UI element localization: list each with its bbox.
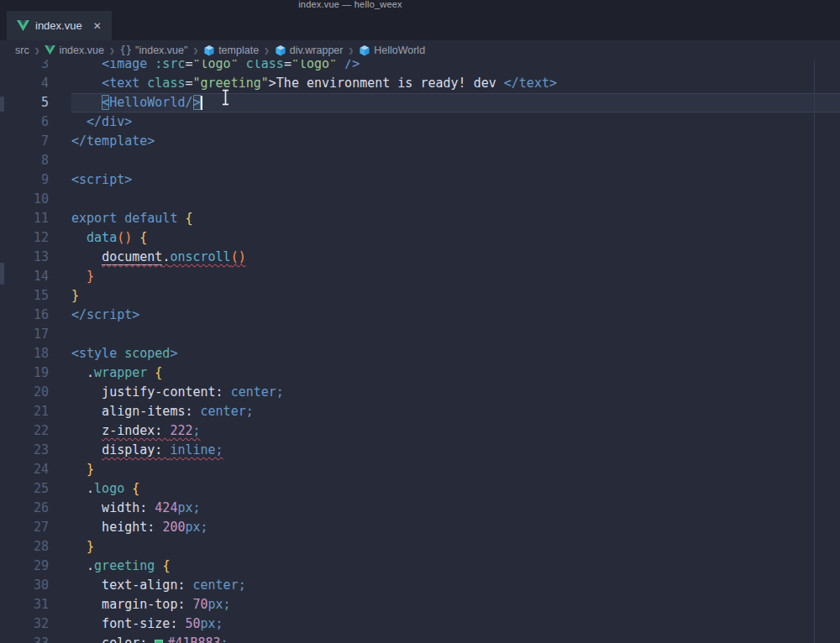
breadcrumb-label: HelloWorld: [374, 44, 425, 56]
code-line[interactable]: 12 data() {: [0, 228, 840, 248]
code-line[interactable]: 6 </div>: [0, 112, 840, 132]
code-text: width: 424px;: [71, 499, 201, 518]
cube-icon: [275, 44, 286, 56]
code-line[interactable]: 21 align-items: center;: [0, 402, 840, 421]
code-line[interactable]: 14 }: [0, 267, 840, 286]
code-text: }: [71, 460, 94, 479]
code-text: .logo {: [71, 479, 139, 499]
color-swatch[interactable]: [155, 640, 163, 643]
code-line[interactable]: 20 justify-content: center;: [0, 383, 840, 402]
code-text: </template>: [71, 132, 155, 151]
code-line[interactable]: 9<script>: [0, 170, 840, 190]
breadcrumb-item[interactable]: {}"index.vue": [120, 44, 188, 56]
code-text: display: inline;: [71, 441, 223, 460]
code-line[interactable]: 22 z-index: 222;: [0, 421, 840, 441]
code-lines: 3 <image :src="logo" class="logo" />4 <t…: [0, 60, 840, 643]
breadcrumb-item[interactable]: HelloWorld: [359, 44, 425, 56]
code-line[interactable]: 4 <text class="greeting">The environment…: [0, 74, 840, 93]
code-line[interactable]: 8: [0, 151, 840, 170]
code-line[interactable]: 33 color: #41B883;: [0, 634, 840, 643]
scrollbar[interactable]: [814, 60, 815, 643]
code-line[interactable]: 30 text-align: center;: [0, 576, 840, 595]
tab-index-vue[interactable]: index.vue ✕: [7, 11, 112, 40]
code-line[interactable]: 32 font-size: 50px;: [0, 614, 840, 634]
error-squiggle: document.onscroll(): [102, 249, 246, 265]
breadcrumb-label: index.vue: [59, 44, 104, 56]
line-number: 18: [0, 344, 49, 363]
line-number: 23: [0, 441, 49, 460]
code-text: </div>: [71, 112, 132, 132]
code-text: }: [71, 286, 79, 306]
code-editor[interactable]: 3 <image :src="logo" class="logo" />4 <t…: [0, 60, 840, 643]
breadcrumb-label: div.wrapper: [290, 44, 344, 56]
line-number: 33: [0, 634, 49, 643]
code-text: }: [71, 537, 94, 557]
code-text: <HelloWorld/>: [71, 93, 202, 112]
line-number: 25: [0, 479, 49, 499]
line-number: 29: [0, 557, 49, 576]
code-line[interactable]: 26 width: 424px;: [0, 499, 840, 518]
code-line[interactable]: 18<style scoped>: [0, 344, 840, 363]
breadcrumb-label: "index.vue": [135, 44, 187, 56]
mouse-cursor-ibeam: [221, 89, 230, 109]
code-text: .greeting {: [71, 557, 170, 576]
line-number: 3: [0, 60, 49, 74]
code-text: color: #41B883;: [71, 634, 228, 643]
line-number: 17: [0, 325, 49, 344]
vue-logo-icon: [17, 20, 29, 31]
code-text: height: 200px;: [71, 518, 208, 537]
line-number: 6: [0, 112, 49, 132]
line-number: 19: [0, 363, 49, 383]
line-number: 16: [0, 306, 49, 325]
chevron-separator-icon: ❯: [264, 47, 270, 55]
code-line[interactable]: 19 .wrapper {: [0, 363, 840, 383]
breadcrumb-item[interactable]: template: [203, 44, 259, 56]
code-line[interactable]: 24 }: [0, 460, 840, 479]
breadcrumb-item[interactable]: index.vue: [45, 44, 104, 56]
window-title: index.vue — hello_weex: [0, 0, 701, 9]
line-number: 15: [0, 286, 49, 306]
code-line[interactable]: 28 }: [0, 537, 840, 557]
line-number: 24: [0, 460, 49, 479]
braces-icon: {}: [120, 44, 132, 56]
code-line[interactable]: 17: [0, 325, 840, 344]
code-line[interactable]: 23 display: inline;: [0, 441, 840, 460]
code-line[interactable]: 13 document.onscroll(): [0, 248, 840, 267]
breadcrumb-label: template: [218, 44, 259, 56]
code-line[interactable]: 25 .logo {: [0, 479, 840, 499]
line-number: 31: [0, 595, 49, 614]
code-line[interactable]: 3 <image :src="logo" class="logo" />: [0, 60, 840, 74]
line-number: 21: [0, 402, 49, 421]
code-line[interactable]: 11export default {: [0, 209, 840, 228]
error-squiggle: z-index: 222;: [102, 423, 200, 438]
code-text: export default {: [71, 209, 193, 228]
vue-logo-icon: [45, 45, 55, 55]
code-line[interactable]: 10: [0, 190, 840, 209]
line-number: 12: [0, 228, 49, 248]
close-icon[interactable]: ✕: [93, 20, 102, 32]
code-line[interactable]: 29 .greeting {: [0, 557, 840, 576]
chevron-separator-icon: ❯: [348, 47, 354, 55]
code-text: document.onscroll(): [71, 248, 246, 267]
line-number: 4: [0, 74, 49, 93]
code-line[interactable]: 16</script>: [0, 306, 840, 325]
code-text: font-size: 50px;: [71, 614, 223, 634]
code-line[interactable]: 5 <HelloWorld/>: [0, 93, 840, 112]
line-number: 10: [0, 190, 49, 209]
chevron-separator-icon: ❯: [34, 47, 40, 55]
code-line[interactable]: 15}: [0, 286, 840, 306]
breadcrumb-item[interactable]: src: [15, 44, 29, 56]
breadcrumb-item[interactable]: div.wrapper: [275, 44, 344, 56]
code-text: <text class="greeting">The environment i…: [71, 74, 557, 93]
vscode-window: index.vue — hello_weex index.vue ✕ src❯i…: [0, 0, 840, 643]
code-line[interactable]: 27 height: 200px;: [0, 518, 840, 537]
code-line[interactable]: 7</template>: [0, 132, 840, 151]
chevron-separator-icon: ❯: [192, 47, 198, 55]
line-number: 32: [0, 614, 49, 634]
line-number: 14: [0, 267, 49, 286]
title-bar[interactable]: index.vue — hello_weex: [0, 0, 840, 11]
code-text: align-items: center;: [71, 402, 254, 421]
breadcrumb-label: src: [15, 44, 29, 56]
code-line[interactable]: 31 margin-top: 70px;: [0, 595, 840, 614]
code-text: .wrapper {: [71, 363, 162, 383]
